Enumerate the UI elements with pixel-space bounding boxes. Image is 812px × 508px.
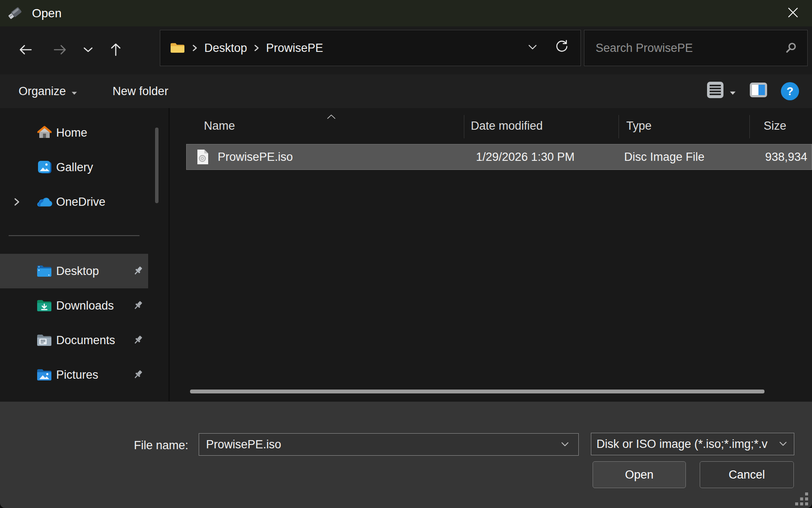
preview-pane-icon: [749, 88, 768, 101]
dialog-footer: File name: Disk or ISO image (*.iso;*.im…: [0, 402, 812, 508]
chevron-down-icon: [777, 440, 789, 448]
sidebar-item-label: Documents: [56, 334, 115, 347]
up-arrow-icon: [108, 42, 124, 60]
usb-drive-icon: [7, 6, 23, 21]
column-resize-handle[interactable]: [619, 115, 619, 138]
pin-icon: [131, 265, 144, 278]
navigation-bar: Desktop ProwisePE: [0, 26, 812, 74]
sidebar-item-downloads[interactable]: Downloads: [0, 288, 148, 323]
sidebar-item-documents[interactable]: Documents: [0, 323, 148, 358]
column-header-date-modified[interactable]: Date modified: [471, 119, 543, 133]
breadcrumb-desktop[interactable]: Desktop: [204, 42, 247, 55]
folder-icon[interactable]: [170, 42, 185, 54]
sidebar-scrollbar[interactable]: [155, 128, 159, 203]
chevron-right-icon: [191, 43, 198, 53]
search-icon: [784, 41, 798, 55]
view-mode-button[interactable]: [706, 81, 736, 102]
column-header-type[interactable]: Type: [626, 119, 652, 133]
sort-ascending-icon: [326, 109, 336, 122]
open-button[interactable]: Open: [593, 461, 686, 488]
file-name-label: File name:: [134, 439, 188, 452]
sidebar-item-label: Desktop: [56, 265, 99, 278]
file-size: 938,934: [765, 150, 807, 164]
search-box: [584, 30, 808, 66]
pin-icon: [131, 368, 144, 381]
column-headers: Name Date modified Type Size: [170, 114, 812, 139]
file-name-combobox: [199, 433, 579, 456]
search-input[interactable]: [584, 42, 784, 55]
pin-icon: [131, 299, 144, 312]
new-folder-button[interactable]: New folder: [113, 85, 168, 98]
view-mode-dropdown-icon[interactable]: [730, 85, 736, 98]
documents-folder-icon: [36, 333, 53, 347]
up-button[interactable]: [104, 26, 128, 74]
pin-icon: [131, 334, 144, 347]
command-bar: Organize New folder: [0, 74, 812, 108]
title-bar: Open: [0, 0, 812, 26]
column-header-name[interactable]: Name: [204, 119, 235, 133]
column-resize-handle[interactable]: [749, 115, 750, 138]
organize-button[interactable]: Organize: [19, 85, 77, 98]
back-button[interactable]: [13, 26, 37, 74]
file-type-value: Disk or ISO image (*.iso;*.img;*.v: [591, 438, 776, 451]
refresh-button[interactable]: [554, 39, 569, 58]
forward-button[interactable]: [48, 26, 73, 74]
close-icon: [787, 7, 799, 20]
cancel-button[interactable]: Cancel: [700, 461, 794, 488]
disc-image-file-icon: [196, 149, 209, 165]
sidebar-separator: [9, 235, 140, 236]
sidebar-item-label: Downloads: [56, 299, 114, 313]
file-list: Name Date modified Type Size Prowi: [170, 108, 812, 401]
file-type-select[interactable]: Disk or ISO image (*.iso;*.img;*.v: [591, 433, 794, 455]
preview-pane-button[interactable]: [749, 81, 768, 102]
gallery-icon: [36, 160, 53, 175]
list-view-icon: [706, 81, 724, 102]
pictures-folder-icon: [36, 368, 53, 382]
resize-grip[interactable]: [794, 491, 809, 507]
help-icon: ?: [787, 85, 793, 98]
column-header-size[interactable]: Size: [764, 119, 787, 133]
sidebar-item-desktop[interactable]: Desktop: [0, 254, 148, 288]
new-folder-label: New folder: [113, 85, 168, 98]
sidebar-item-onedrive[interactable]: OneDrive: [0, 185, 148, 219]
chevron-down-icon[interactable]: [559, 441, 571, 448]
open-file-dialog: Open: [0, 0, 812, 508]
back-arrow-icon: [17, 42, 33, 59]
breadcrumb-prowisepe[interactable]: ProwisePE: [266, 42, 323, 55]
chevron-right-icon[interactable]: [13, 197, 21, 207]
address-dropdown-button[interactable]: [526, 42, 539, 55]
navigation-pane: Home Gallery: [0, 108, 170, 401]
sidebar-item-label: Gallery: [56, 161, 93, 174]
recent-locations-button[interactable]: [79, 26, 97, 74]
file-date-modified: 1/29/2026 1:30 PM: [476, 150, 574, 164]
open-button-label: Open: [625, 468, 653, 482]
sidebar-item-label: Home: [56, 126, 87, 140]
column-resize-handle[interactable]: [464, 115, 464, 138]
forward-arrow-icon: [52, 42, 69, 59]
file-name-input[interactable]: [199, 438, 559, 451]
downloads-folder-icon: [36, 299, 53, 313]
close-button[interactable]: [780, 0, 806, 26]
file-name: ProwisePE.iso: [218, 150, 293, 164]
main-area: Home Gallery: [0, 108, 812, 401]
file-row-selected[interactable]: ProwisePE.iso 1/29/2026 1:30 PM Disc Ima…: [186, 144, 812, 170]
address-bar: Desktop ProwisePE: [160, 30, 581, 66]
desktop-folder-icon: [36, 264, 53, 278]
onedrive-icon: [36, 196, 53, 208]
sidebar-item-label: OneDrive: [56, 195, 105, 209]
dropdown-triangle-icon: [71, 85, 77, 98]
help-button[interactable]: ?: [781, 82, 799, 100]
horizontal-scrollbar[interactable]: [190, 390, 764, 393]
chevron-right-icon: [253, 43, 260, 53]
file-type: Disc Image File: [624, 150, 704, 164]
home-icon: [36, 125, 53, 141]
sidebar-item-gallery[interactable]: Gallery: [0, 150, 148, 185]
chevron-down-icon: [82, 45, 94, 56]
sidebar-item-pictures[interactable]: Pictures: [0, 358, 148, 392]
window-title: Open: [32, 6, 62, 20]
sidebar-item-label: Pictures: [56, 368, 98, 382]
organize-label: Organize: [19, 85, 66, 98]
cancel-button-label: Cancel: [729, 468, 765, 482]
sidebar-item-home[interactable]: Home: [0, 115, 148, 150]
